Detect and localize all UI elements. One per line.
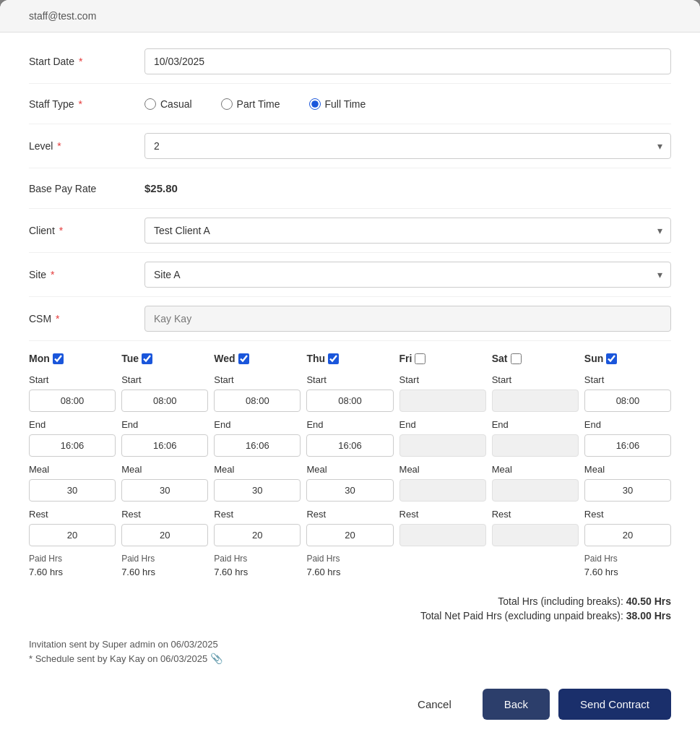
start-label-thu: Start: [306, 374, 393, 385]
start-input-mon[interactable]: [29, 390, 116, 412]
level-row: Level * 1 2 3 4 5: [29, 124, 671, 168]
meal-input-mon[interactable]: [29, 479, 116, 502]
net-paid-label: Total Net Paid Hrs (excluding unpaid bre…: [420, 610, 623, 621]
day-name-tue: Tue: [121, 353, 139, 364]
start-input-tue[interactable]: [121, 390, 208, 412]
day-checkbox-thu[interactable]: [328, 353, 339, 364]
meal-label-wed: Meal: [214, 464, 301, 475]
day-name-mon: Mon: [29, 353, 50, 364]
site-select[interactable]: Site A Site B: [144, 262, 671, 288]
paid-hrs-label-wed: Paid Hrs: [214, 554, 301, 564]
total-hrs-value: 40.50 Hrs: [626, 595, 671, 607]
day-checkbox-wed[interactable]: [238, 353, 249, 364]
radio-part-time-input[interactable]: [221, 98, 233, 110]
day-col-sat: Sat Start End Meal Rest: [492, 353, 579, 581]
paid-hrs-value-wed: 7.60 hrs: [214, 567, 301, 577]
day-name-sun: Sun: [584, 353, 603, 364]
radio-full-time[interactable]: Full Time: [309, 98, 366, 110]
base-pay-row: Base Pay Rate $25.80: [29, 168, 671, 209]
paid-hrs-value-thu: 7.60 hrs: [306, 567, 393, 577]
back-button[interactable]: Back: [483, 689, 550, 720]
start-input-sat: [492, 390, 579, 412]
start-label-sat: Start: [492, 374, 579, 385]
action-bar: Cancel Back Send Contract: [0, 674, 700, 727]
net-paid-value: 38.00 Hrs: [626, 610, 671, 621]
client-row: Client * Test Client A Test Client B: [29, 209, 671, 253]
day-header-tue: Tue: [121, 353, 208, 364]
meal-label-sat: Meal: [492, 464, 579, 475]
meal-label-sun: Meal: [584, 464, 671, 475]
day-checkbox-tue[interactable]: [142, 353, 152, 364]
end-input-mon[interactable]: [29, 434, 116, 457]
radio-casual[interactable]: Casual: [144, 98, 192, 110]
rest-input-sun[interactable]: [584, 524, 671, 546]
rest-label-wed: Rest: [214, 509, 301, 520]
end-label-tue: End: [121, 419, 208, 430]
meal-input-sat: [492, 479, 579, 502]
meal-input-tue[interactable]: [121, 479, 208, 502]
total-hrs-label: Total Hrs (including breaks):: [498, 595, 623, 607]
meal-input-sun[interactable]: [584, 479, 671, 502]
day-header-thu: Thu: [306, 353, 393, 364]
meal-input-thu[interactable]: [306, 479, 393, 502]
form-body: Start Date * Staff Type * Casual Part Ti: [0, 33, 700, 674]
end-input-tue[interactable]: [121, 434, 208, 457]
meal-input-wed[interactable]: [214, 479, 301, 502]
radio-full-time-input[interactable]: [309, 98, 321, 110]
rest-label-sat: Rest: [492, 509, 579, 520]
start-label-wed: Start: [214, 374, 301, 385]
end-input-wed[interactable]: [214, 434, 301, 457]
level-select[interactable]: 1 2 3 4 5: [144, 133, 671, 159]
rest-input-wed[interactable]: [214, 524, 301, 546]
rest-label-sun: Rest: [584, 509, 671, 520]
paperclip-icon: 📎: [210, 653, 222, 664]
rest-input-thu[interactable]: [306, 524, 393, 546]
schedule-grid: Mon Start End Meal Rest Paid Hrs 7.60 hr…: [29, 353, 671, 581]
radio-part-time[interactable]: Part Time: [221, 98, 280, 110]
end-label-fri: End: [399, 419, 486, 430]
rest-label-thu: Rest: [306, 509, 393, 520]
day-col-fri: Fri Start End Meal Rest: [399, 353, 486, 581]
cancel-button[interactable]: Cancel: [395, 689, 474, 720]
rest-input-mon[interactable]: [29, 524, 116, 546]
total-hrs-row: Total Hrs (including breaks): 40.50 Hrs: [29, 595, 671, 607]
rest-label-mon: Rest: [29, 509, 116, 520]
csm-input[interactable]: [144, 306, 671, 332]
start-input-sun[interactable]: [584, 390, 671, 412]
paid-hrs-label-mon: Paid Hrs: [29, 554, 116, 564]
day-name-wed: Wed: [214, 353, 235, 364]
day-name-fri: Fri: [399, 353, 412, 364]
radio-casual-input[interactable]: [144, 98, 156, 110]
start-date-row: Start Date *: [29, 40, 671, 84]
day-checkbox-sat[interactable]: [511, 353, 522, 364]
start-input-thu[interactable]: [306, 390, 393, 412]
end-input-sun[interactable]: [584, 434, 671, 457]
day-header-fri: Fri: [399, 353, 486, 364]
meal-input-fri: [399, 479, 486, 502]
day-checkbox-fri[interactable]: [415, 353, 425, 364]
start-label-mon: Start: [29, 374, 116, 385]
paid-hrs-label-thu: Paid Hrs: [306, 554, 393, 564]
start-label-tue: Start: [121, 374, 208, 385]
start-date-input[interactable]: [144, 48, 671, 74]
day-checkbox-mon[interactable]: [53, 353, 64, 364]
rest-label-fri: Rest: [399, 509, 486, 520]
start-date-label: Start Date *: [29, 56, 144, 67]
send-contract-button[interactable]: Send Contract: [558, 689, 671, 720]
start-input-wed[interactable]: [214, 390, 301, 412]
schedule-section: Mon Start End Meal Rest Paid Hrs 7.60 hr…: [29, 341, 671, 581]
end-input-sat: [492, 434, 579, 457]
start-input-fri: [399, 390, 486, 412]
base-pay-value: $25.80: [144, 182, 178, 194]
day-col-thu: Thu Start End Meal Rest Paid Hrs 7.60 hr…: [306, 353, 393, 581]
day-col-tue: Tue Start End Meal Rest Paid Hrs 7.60 hr…: [121, 353, 208, 581]
day-header-sun: Sun: [584, 353, 671, 364]
end-input-fri: [399, 434, 486, 457]
paid-hrs-value-mon: 7.60 hrs: [29, 567, 116, 577]
top-bar: staff@test.com: [0, 0, 700, 33]
end-input-thu[interactable]: [306, 434, 393, 457]
base-pay-label: Base Pay Rate: [29, 183, 144, 194]
day-checkbox-sun[interactable]: [606, 353, 617, 364]
client-select[interactable]: Test Client A Test Client B: [144, 218, 671, 244]
rest-input-tue[interactable]: [121, 524, 208, 546]
